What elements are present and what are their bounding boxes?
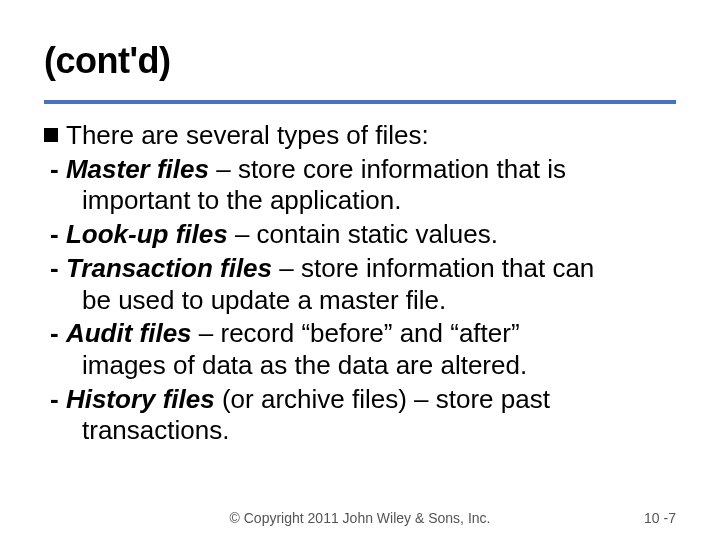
paren: (or archive files) bbox=[215, 384, 407, 414]
slide-title: (cont'd) bbox=[44, 40, 676, 82]
list-item: - Master files – store core information … bbox=[44, 154, 676, 217]
dash: - bbox=[50, 154, 66, 184]
page-number: 10 -7 bbox=[644, 510, 676, 526]
list-item: - History files (or archive files) – sto… bbox=[44, 384, 676, 447]
dash: - bbox=[50, 384, 66, 414]
dash: - bbox=[50, 318, 66, 348]
slide: (cont'd) There are several types of file… bbox=[0, 0, 720, 540]
term: Transaction files bbox=[66, 253, 272, 283]
term: Audit files bbox=[66, 318, 192, 348]
desc: – contain static values. bbox=[228, 219, 498, 249]
lead-line: There are several types of files: bbox=[44, 120, 676, 152]
square-bullet-icon bbox=[44, 128, 58, 142]
desc: – store past bbox=[407, 384, 550, 414]
body-text: There are several types of files: - Mast… bbox=[44, 120, 676, 447]
title-underline bbox=[44, 100, 676, 104]
continuation: be used to update a master file. bbox=[50, 285, 676, 317]
dash: - bbox=[50, 219, 66, 249]
copyright-text: © Copyright 2011 John Wiley & Sons, Inc. bbox=[230, 510, 491, 526]
continuation: images of data as the data are altered. bbox=[50, 350, 676, 382]
desc: – store core information that is bbox=[209, 154, 566, 184]
list-item: - Audit files – record “before” and “aft… bbox=[44, 318, 676, 381]
term: Look-up files bbox=[66, 219, 228, 249]
desc: – record “before” and “after” bbox=[192, 318, 520, 348]
term: Master files bbox=[66, 154, 209, 184]
list-item: - Transaction files – store information … bbox=[44, 253, 676, 316]
continuation: important to the application. bbox=[50, 185, 676, 217]
list-item: - Look-up files – contain static values. bbox=[44, 219, 676, 251]
desc: – store information that can bbox=[272, 253, 594, 283]
continuation: transactions. bbox=[50, 415, 676, 447]
lead-text: There are several types of files: bbox=[66, 120, 429, 152]
term: History files bbox=[66, 384, 215, 414]
dash: - bbox=[50, 253, 66, 283]
